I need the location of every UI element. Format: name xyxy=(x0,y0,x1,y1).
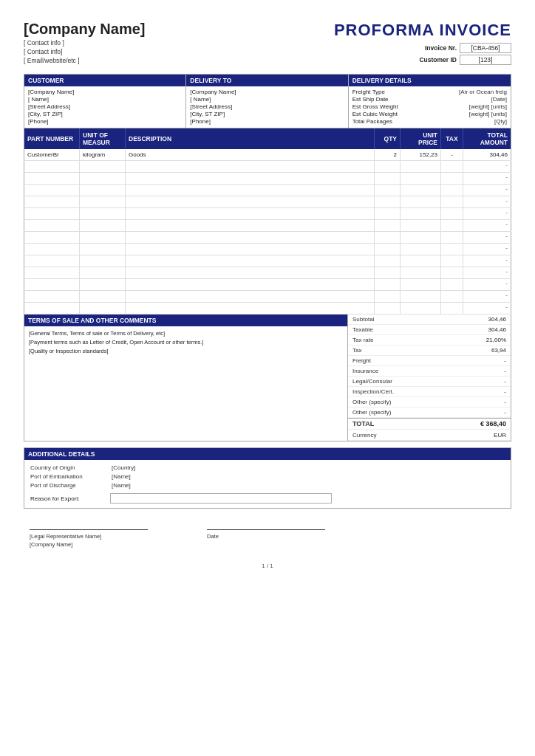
customer-section: CUSTOMER [Company Name] [ Name] [Street … xyxy=(24,75,186,128)
delivery-to-content: [Company Name] [ Name] [Street Address] … xyxy=(186,86,347,128)
other2-label: Other (specify) xyxy=(352,409,391,416)
col-price-header: UNIT PRICE xyxy=(401,128,441,149)
row-part: CustomerBr xyxy=(24,149,80,161)
col-total-header: TOTAL AMOUNT xyxy=(463,128,511,149)
row-qty: 2 xyxy=(375,149,401,161)
customer-address: [Street Address] xyxy=(28,103,182,110)
additional-header: ADDITIONAL DETAILS xyxy=(24,448,511,460)
col-qty-header: QTY xyxy=(375,128,401,149)
delivery-to-address: [Street Address] xyxy=(190,103,344,110)
table-header-row: PART NUMBER UNIT OF MEASUR DESCRIPTION Q… xyxy=(24,128,511,149)
invoice-header: [Company Name] [ Contact info ] [ Contac… xyxy=(24,21,511,65)
customer-id-row: Customer ID [123] xyxy=(401,55,511,65)
delivery-to-name: [ Name] xyxy=(190,96,344,103)
delivery-to-header: DELIVERY TO xyxy=(186,75,347,86)
delivery-details-header: DELIVERY DETAILS xyxy=(349,75,511,86)
insurance-row: Insurance - xyxy=(348,366,511,377)
row-tax: - xyxy=(441,149,463,161)
packages-row: Total Packages [Qty] xyxy=(352,118,507,125)
taxable-value: 304,46 xyxy=(469,326,506,333)
sig-rep: [Legal Representative Name] [Company Nam… xyxy=(30,529,148,548)
reason-row: Reason for Export: xyxy=(30,493,505,504)
freight-type-row: Freight Type [Air or Ocean freig xyxy=(352,89,507,95)
contact-2: [ Contact info] xyxy=(24,48,145,55)
invoice-nr-row: Invoice Nr. [CBA-456] xyxy=(401,43,511,53)
table-row: CustomerBr kilogram Goods 2 152,23 - 304… xyxy=(24,149,511,161)
col-part-header: PART NUMBER xyxy=(24,128,80,149)
freight-row: Freight - xyxy=(348,356,511,366)
terms-header: TERMS OF SALE AND OTHER COMMENTS xyxy=(24,315,347,326)
taxable-row: Taxable 304,46 xyxy=(348,325,511,335)
ship-date-label: Est Ship Date xyxy=(352,96,389,103)
inspection-value: - xyxy=(469,388,506,395)
invoice-title: PROFORMA INVOICE xyxy=(334,21,511,40)
empty-row: - xyxy=(24,208,511,220)
tax-rate-row: Tax rate 21,00% xyxy=(348,335,511,346)
empty-row: - xyxy=(24,255,511,267)
total-final-row: TOTAL € 368,40 xyxy=(348,418,511,430)
sig-rep-sublabel: [Company Name] xyxy=(30,541,148,548)
discharge-label: Port of Discharge xyxy=(30,482,104,489)
sig-rep-line xyxy=(30,529,148,530)
empty-row: - xyxy=(24,173,511,185)
sig-date-label: Date xyxy=(207,533,325,540)
country-label: Country of Origin xyxy=(30,464,104,471)
additional-details: ADDITIONAL DETAILS Country of Origin [Co… xyxy=(24,447,511,509)
gross-weight-row: Est Gross Weight [weight] [units] xyxy=(352,103,507,110)
terms-content: [General Terms, Terms of sale or Terms o… xyxy=(24,326,347,408)
customer-city: [City, ST ZIP] xyxy=(28,111,182,117)
empty-row: - xyxy=(24,279,511,291)
cubic-weight-value: [weight] [units] xyxy=(469,111,507,117)
tax-label: Tax xyxy=(352,347,361,354)
invoice-meta: Invoice Nr. [CBA-456] Customer ID [123] xyxy=(334,43,511,65)
freight-type-value: [Air or Ocean freig xyxy=(459,89,507,95)
sig-date-line xyxy=(207,529,325,530)
currency-value: EUR xyxy=(469,432,506,439)
terms-line3: [Quality or Inspection standards] xyxy=(29,348,343,354)
legal-row: Legal/Consular - xyxy=(348,377,511,387)
empty-row: - xyxy=(24,196,511,208)
top-sections: CUSTOMER [Company Name] [ Name] [Street … xyxy=(24,74,511,128)
empty-row: - xyxy=(24,291,511,303)
packages-value: [Qty] xyxy=(494,118,507,125)
page-number: 1 / 1 xyxy=(24,563,511,569)
inspection-label: Inspection/Cert. xyxy=(352,388,394,395)
delivery-details-content: Freight Type [Air or Ocean freig Est Shi… xyxy=(349,86,511,128)
empty-row: - xyxy=(24,161,511,173)
col-unit-header: UNIT OF MEASUR xyxy=(80,128,126,149)
inspection-row: Inspection/Cert. - xyxy=(348,387,511,397)
tax-rate-value: 21,00% xyxy=(469,337,506,343)
gross-weight-value: [weight] [units] xyxy=(469,103,507,110)
totals-block: Subtotal 304,46 Taxable 304,46 Tax rate … xyxy=(348,315,511,441)
total-label: TOTAL xyxy=(352,420,374,427)
delivery-to-phone: [Phone] xyxy=(190,118,344,125)
delivery-to-company: [Company Name] xyxy=(190,89,344,95)
empty-row: - xyxy=(24,232,511,244)
tax-value: 63,94 xyxy=(469,347,506,354)
invoice-nr-label: Invoice Nr. xyxy=(401,44,457,52)
delivery-to-section: DELIVERY TO [Company Name] [ Name] [Stre… xyxy=(186,75,348,128)
items-table: PART NUMBER UNIT OF MEASUR DESCRIPTION Q… xyxy=(24,128,511,315)
gross-weight-label: Est Gross Weight xyxy=(352,103,398,110)
discharge-row: Port of Discharge [Name] xyxy=(30,482,505,489)
cubic-weight-row: Est Cubic Weight [weight] [units] xyxy=(352,111,507,117)
contact-1: [ Contact info ] xyxy=(24,39,145,47)
terms-line1: [General Terms, Terms of sale or Terms o… xyxy=(29,330,343,337)
cubic-weight-label: Est Cubic Weight xyxy=(352,111,398,117)
sig-date: Date xyxy=(207,529,325,548)
embarkation-label: Port of Embarkation xyxy=(30,473,104,480)
other2-row: Other (specify) - xyxy=(348,408,511,418)
ship-date-value: [Date] xyxy=(491,96,507,103)
reason-input[interactable] xyxy=(110,493,332,504)
subtotal-label: Subtotal xyxy=(352,316,374,323)
company-block: [Company Name] [ Contact info ] [ Contac… xyxy=(24,21,145,64)
bottom-section: TERMS OF SALE AND OTHER COMMENTS [Genera… xyxy=(24,315,511,441)
subtotal-row: Subtotal 304,46 xyxy=(348,315,511,325)
subtotal-value: 304,46 xyxy=(469,316,506,323)
ship-date-row: Est Ship Date [Date] xyxy=(352,96,507,103)
customer-id-label: Customer ID xyxy=(401,56,457,63)
row-price: 152,23 xyxy=(401,149,441,161)
terms-block: TERMS OF SALE AND OTHER COMMENTS [Genera… xyxy=(24,315,348,441)
other1-label: Other (specify) xyxy=(352,399,391,405)
col-desc-header: DESCRIPTION xyxy=(126,128,375,149)
